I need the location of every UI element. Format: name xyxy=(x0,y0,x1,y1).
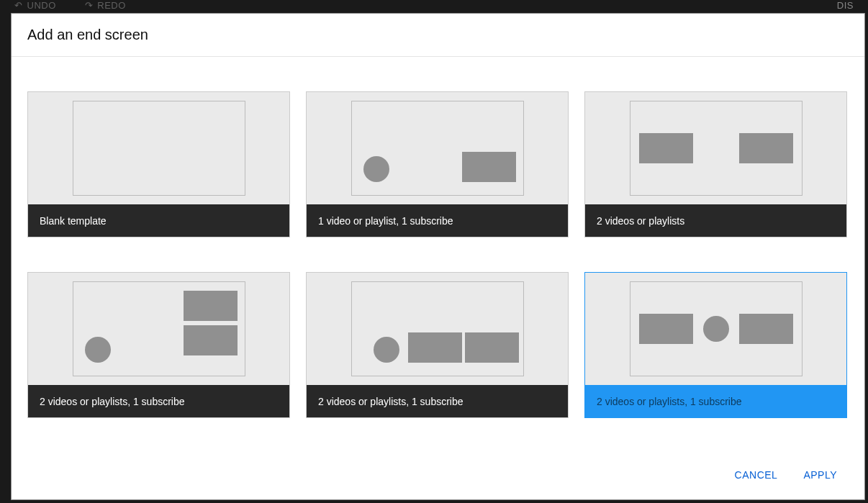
discard-partial: DIS xyxy=(837,0,854,11)
template-label: Blank template xyxy=(28,204,289,237)
preview-canvas xyxy=(351,281,524,376)
template-preview xyxy=(307,92,568,204)
dialog-body: Blank template 1 video or playlist, 1 su… xyxy=(12,57,864,453)
video-rect-icon xyxy=(739,314,793,344)
subscribe-circle-icon xyxy=(363,156,389,182)
template-label: 2 videos or playlists, 1 subscribe xyxy=(585,385,846,417)
redo-label: REDO xyxy=(97,0,126,11)
template-grid: Blank template 1 video or playlist, 1 su… xyxy=(27,91,849,418)
video-rect-icon xyxy=(639,314,693,344)
apply-button[interactable]: APPLY xyxy=(800,463,840,486)
template-label: 2 videos or playlists, 1 subscribe xyxy=(28,385,289,417)
undo-label: UNDO xyxy=(27,0,56,11)
redo-arrow-icon: ↷ xyxy=(85,0,94,11)
video-rect-icon xyxy=(408,332,462,363)
video-rect-icon xyxy=(184,291,238,321)
template-2videos-stacked-1sub[interactable]: 2 videos or playlists, 1 subscribe xyxy=(27,272,290,418)
preview-canvas xyxy=(630,281,803,376)
end-screen-dialog: Add an end screen Blank template 1 video xyxy=(11,13,865,500)
template-label: 2 videos or playlists xyxy=(585,204,846,237)
cancel-button[interactable]: CANCEL xyxy=(732,463,781,486)
redo-button[interactable]: ↷ REDO xyxy=(85,0,126,11)
preview-canvas xyxy=(73,281,245,376)
subscribe-circle-icon xyxy=(85,337,111,363)
template-preview xyxy=(307,273,568,385)
video-rect-icon xyxy=(465,332,519,363)
template-label: 1 video or playlist, 1 subscribe xyxy=(307,204,568,237)
undo-button[interactable]: ↶ UNDO xyxy=(14,0,56,11)
preview-canvas xyxy=(630,101,803,196)
subscribe-circle-icon xyxy=(374,337,399,363)
template-1video-1sub[interactable]: 1 video or playlist, 1 subscribe xyxy=(306,91,569,237)
template-preview xyxy=(585,273,846,385)
undo-arrow-icon: ↶ xyxy=(14,0,23,11)
template-label: 2 videos or playlists, 1 subscribe xyxy=(307,385,568,417)
template-video-sub-video[interactable]: 2 videos or playlists, 1 subscribe xyxy=(584,272,847,418)
template-2videos[interactable]: 2 videos or playlists xyxy=(584,91,847,237)
top-toolbar: ↶ UNDO ↷ REDO DIS xyxy=(0,0,868,13)
dialog-title: Add an end screen xyxy=(27,27,849,43)
preview-canvas xyxy=(73,101,245,196)
template-1sub-2videos-row[interactable]: 2 videos or playlists, 1 subscribe xyxy=(306,272,569,418)
video-rect-icon xyxy=(639,133,693,163)
preview-canvas xyxy=(351,101,524,196)
template-preview xyxy=(28,92,289,204)
video-rect-icon xyxy=(462,152,516,182)
video-rect-icon xyxy=(184,325,238,355)
subscribe-circle-icon xyxy=(703,316,729,342)
template-preview xyxy=(28,273,289,385)
dialog-header: Add an end screen xyxy=(12,14,864,57)
template-blank[interactable]: Blank template xyxy=(27,91,290,237)
video-rect-icon xyxy=(739,133,793,163)
template-preview xyxy=(585,92,846,204)
dialog-footer: CANCEL APPLY xyxy=(12,453,864,499)
